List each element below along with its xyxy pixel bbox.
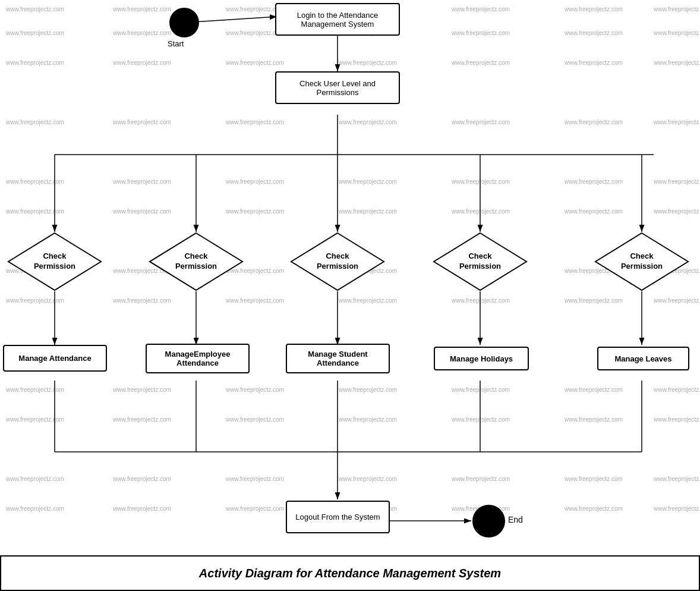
watermark: www.freeprojectz.com xyxy=(6,208,64,215)
check-permission-diamond-4: Check Permission xyxy=(431,232,529,291)
manage-holidays-box: Manage Holidays xyxy=(434,347,529,370)
diagram-container: www.freeprojectz.com www.freeprojectz.co… xyxy=(0,0,700,591)
watermark: www.freeprojectz.com xyxy=(226,178,284,185)
svg-text:Check: Check xyxy=(184,252,208,260)
watermark: www.freeprojectz.com xyxy=(452,416,510,423)
manage-employee-box: ManageEmployee Attendance xyxy=(146,344,250,373)
watermark: www.freeprojectz.com xyxy=(565,297,623,304)
watermark: www.freeprojectz.com xyxy=(654,476,700,482)
watermark: www.freeprojectz.com xyxy=(452,59,510,66)
watermark: www.freeprojectz.com xyxy=(113,505,171,512)
watermark: www.freeprojectz.com xyxy=(452,386,510,393)
watermark: www.freeprojectz.com xyxy=(113,178,171,185)
watermark: www.freeprojectz.com xyxy=(113,59,171,66)
watermark: www.freeprojectz.com xyxy=(654,178,700,185)
watermark: www.freeprojectz.com xyxy=(6,386,64,393)
watermark: www.freeprojectz.com xyxy=(565,30,623,36)
svg-text:Check: Check xyxy=(468,252,492,260)
watermark: www.freeprojectz.com xyxy=(339,297,397,304)
watermark: www.freeprojectz.com xyxy=(113,476,171,482)
watermark: www.freeprojectz.com xyxy=(339,178,397,185)
watermark: www.freeprojectz.com xyxy=(6,476,64,482)
watermark: www.freeprojectz.com xyxy=(452,178,510,185)
watermark: www.freeprojectz.com xyxy=(452,119,510,125)
check-permission-diamond-3: Check Permission xyxy=(289,232,386,291)
end-circle xyxy=(472,505,505,537)
watermark: www.freeprojectz.com xyxy=(339,59,397,66)
watermark: www.freeprojectz.com xyxy=(6,30,64,36)
watermark: www.freeprojectz.com xyxy=(654,208,700,215)
watermark: www.freeprojectz.com xyxy=(113,386,171,393)
watermark: www.freeprojectz.com xyxy=(113,119,171,125)
manage-student-box: Manage Student Attendance xyxy=(286,344,390,373)
watermark: www.freeprojectz.com xyxy=(565,6,623,12)
watermark: www.freeprojectz.com xyxy=(339,208,397,215)
watermark: www.freeprojectz.com xyxy=(654,6,700,12)
svg-text:Permission: Permission xyxy=(459,262,501,271)
svg-text:Permission: Permission xyxy=(317,262,358,271)
svg-text:Check: Check xyxy=(326,252,349,260)
watermark: www.freeprojectz.com xyxy=(654,386,700,393)
svg-text:Check: Check xyxy=(43,252,67,260)
watermark: www.freeprojectz.com xyxy=(226,297,284,304)
watermark: www.freeprojectz.com xyxy=(654,59,700,66)
check-user-box: Check User Level and Permissions xyxy=(275,71,400,104)
watermark: www.freeprojectz.com xyxy=(654,119,700,125)
watermark: www.freeprojectz.com xyxy=(452,297,510,304)
watermark: www.freeprojectz.com xyxy=(226,119,284,125)
start-label: Start xyxy=(168,39,184,48)
start-circle xyxy=(169,8,199,37)
watermark: www.freeprojectz.com xyxy=(565,208,623,215)
watermark: www.freeprojectz.com xyxy=(654,30,700,36)
watermark: www.freeprojectz.com xyxy=(339,476,397,482)
watermark: www.freeprojectz.com xyxy=(565,178,623,185)
watermark: www.freeprojectz.com xyxy=(452,476,510,482)
watermark: www.freeprojectz.com xyxy=(565,505,623,512)
watermark: www.freeprojectz.com xyxy=(226,505,284,512)
end-label: End xyxy=(508,515,523,524)
watermark: www.freeprojectz.com xyxy=(6,178,64,185)
login-box: Login to the Attendance Management Syste… xyxy=(275,3,400,36)
watermark: www.freeprojectz.com xyxy=(226,386,284,393)
watermark: www.freeprojectz.com xyxy=(452,30,510,36)
diagram-title: Activity Diagram for Attendance Manageme… xyxy=(199,567,501,580)
watermark: www.freeprojectz.com xyxy=(565,59,623,66)
watermark: www.freeprojectz.com xyxy=(565,416,623,423)
svg-text:Permission: Permission xyxy=(175,262,217,271)
watermark: www.freeprojectz.com xyxy=(6,416,64,423)
watermark: www.freeprojectz.com xyxy=(339,386,397,393)
watermark: www.freeprojectz.com xyxy=(113,208,171,215)
watermark: www.freeprojectz.com xyxy=(226,59,284,66)
watermark: www.freeprojectz.com xyxy=(226,476,284,482)
watermark: www.freeprojectz.com xyxy=(6,6,64,12)
watermark: www.freeprojectz.com xyxy=(452,6,510,12)
check-permission-diamond-5: Check Permission xyxy=(593,232,690,291)
watermark: www.freeprojectz.com xyxy=(113,297,171,304)
watermark: www.freeprojectz.com xyxy=(113,6,171,12)
watermark: www.freeprojectz.com xyxy=(654,505,700,512)
watermark: www.freeprojectz.com xyxy=(6,119,64,125)
watermark: www.freeprojectz.com xyxy=(565,476,623,482)
logout-box: Logout From the System xyxy=(286,501,390,533)
svg-text:Permission: Permission xyxy=(34,262,75,271)
watermark: www.freeprojectz.com xyxy=(226,416,284,423)
watermark: www.freeprojectz.com xyxy=(654,416,700,423)
watermark: www.freeprojectz.com xyxy=(6,297,64,304)
watermark: www.freeprojectz.com xyxy=(654,297,700,304)
watermark: www.freeprojectz.com xyxy=(339,416,397,423)
manage-leaves-box: Manage Leaves xyxy=(597,347,689,370)
watermark: www.freeprojectz.com xyxy=(565,119,623,125)
watermark: www.freeprojectz.com xyxy=(113,30,171,36)
svg-text:Permission: Permission xyxy=(621,262,663,271)
watermark: www.freeprojectz.com xyxy=(6,59,64,66)
watermark: www.freeprojectz.com xyxy=(6,505,64,512)
svg-text:Check: Check xyxy=(630,252,654,260)
watermark: www.freeprojectz.com xyxy=(339,119,397,125)
watermark: www.freeprojectz.com xyxy=(565,386,623,393)
watermark: www.freeprojectz.com xyxy=(452,208,510,215)
check-permission-diamond-1: Check Permission xyxy=(6,232,103,291)
watermark: www.freeprojectz.com xyxy=(113,416,171,423)
watermark: www.freeprojectz.com xyxy=(226,208,284,215)
manage-attendance-box: Manage Attendance xyxy=(3,345,107,372)
check-permission-diamond-2: Check Permission xyxy=(147,232,245,291)
